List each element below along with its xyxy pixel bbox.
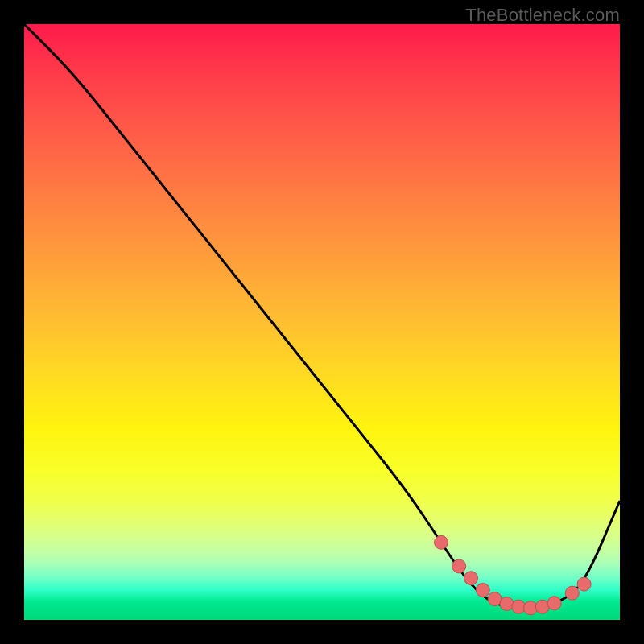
- bottleneck-curve-path: [24, 24, 620, 608]
- curve-marker: [464, 572, 478, 585]
- curve-marker: [452, 559, 466, 573]
- curve-marker: [547, 597, 561, 610]
- curve-marker: [500, 597, 514, 611]
- watermark-text: TheBottleneck.com: [465, 5, 620, 26]
- curve-svg: [24, 24, 620, 620]
- curve-marker: [565, 586, 579, 600]
- curve-marker: [476, 584, 489, 597]
- curve-marker: [577, 577, 591, 591]
- curve-marker: [435, 535, 448, 549]
- marker-group: [435, 535, 592, 614]
